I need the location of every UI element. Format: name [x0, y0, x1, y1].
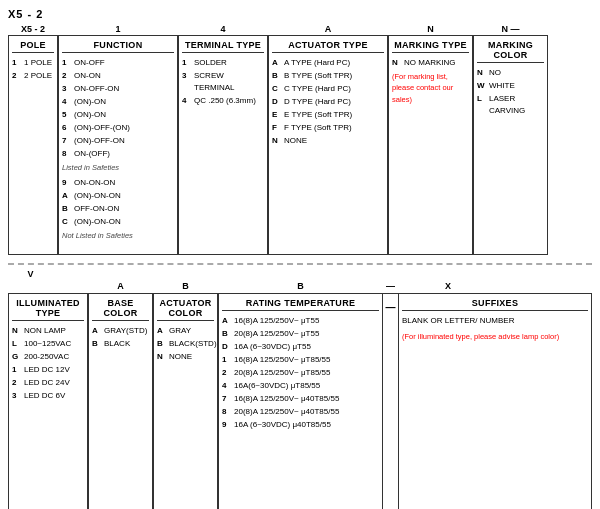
suffixes-header: SUFFIXES: [402, 298, 588, 311]
column-number-labels: X5 - 2 1 4 A N N —: [8, 24, 592, 34]
actuator-type-content: AA TYPE (Hard PC) BB TYPE (Soft TPR) CC …: [272, 57, 384, 147]
suffixes-content: BLANK OR LETTER/ NUMBER (For illuminated…: [402, 315, 588, 342]
top-section: POLE 11 POLE 22 POLE FUNCTION 1ON-OFF 2O…: [8, 35, 592, 255]
col-marking-color: MARKING COLOR NNO WWHITE LLASER CARVING: [473, 35, 548, 255]
marking-type-header: MARKING TYPE: [392, 40, 469, 53]
base-color-header: BASE COLOR: [92, 298, 149, 321]
marking-color-header: MARKING COLOR: [477, 40, 544, 63]
actuator-type-header: ACTUATOR TYPE: [272, 40, 384, 53]
terminal-content: 1SOLDER 3SCREW TERMINAL 4QC .250 (6.3mm): [182, 57, 264, 107]
dash-separator: —: [383, 293, 398, 509]
col-marking-type: MARKING TYPE NNO MARKING (For marking li…: [388, 35, 473, 255]
marking-color-content: NNO WWHITE LLASER CARVING: [477, 67, 544, 117]
col-pole: POLE 11 POLE 22 POLE: [8, 35, 58, 255]
pole-content: 11 POLE 22 POLE: [12, 57, 54, 82]
col-base-color: BASE COLOR AGRAY(STD) BBLACK: [88, 293, 153, 509]
model-code: X5 - 2: [8, 8, 43, 20]
dotted-divider: [8, 263, 592, 265]
col-actuator-color: ACTUATOR COLOR AGRAY BBLACK(STD) NNONE: [153, 293, 218, 509]
base-color-content: AGRAY(STD) BBLACK: [92, 325, 149, 350]
v-label: V: [8, 269, 53, 279]
function-header: FUNCTION: [62, 40, 174, 53]
bottom-section: ILLUMINATED TYPE NNON LAMP L100~125VAC G…: [8, 293, 592, 509]
marking-type-content: NNO MARKING (For marking list, please co…: [392, 57, 469, 105]
col-actuator-type: ACTUATOR TYPE AA TYPE (Hard PC) BB TYPE …: [268, 35, 388, 255]
actuator-color-header: ACTUATOR COLOR: [157, 298, 214, 321]
col-rating: RATING TEMPERATURE A16(8)A 125/250V~ μT5…: [218, 293, 383, 509]
col-illuminated: ILLUMINATED TYPE NNON LAMP L100~125VAC G…: [8, 293, 88, 509]
rating-header: RATING TEMPERATURE: [222, 298, 379, 311]
illuminated-header: ILLUMINATED TYPE: [12, 298, 84, 321]
col-function: FUNCTION 1ON-OFF 2ON-ON 3ON-OFF-ON 4(ON)…: [58, 35, 178, 255]
terminal-header: TERMINAL TYPE: [182, 40, 264, 53]
actuator-color-content: AGRAY BBLACK(STD) NNONE: [157, 325, 214, 363]
col-suffixes: SUFFIXES BLANK OR LETTER/ NUMBER (For il…: [398, 293, 592, 509]
rating-content: A16(8)A 125/250V~ μT55 B20(8)A 125/250V~…: [222, 315, 379, 431]
col-terminal: TERMINAL TYPE 1SOLDER 3SCREW TERMINAL 4Q…: [178, 35, 268, 255]
bottom-number-labels: A B B — X: [8, 281, 592, 291]
bottom-arrow-row: V: [8, 269, 592, 279]
function-content: 1ON-OFF 2ON-ON 3ON-OFF-ON 4(ON)-ON 5(ON)…: [62, 57, 174, 242]
pole-header: POLE: [12, 40, 54, 53]
illuminated-content: NNON LAMP L100~125VAC G200-250VAC 1LED D…: [12, 325, 84, 402]
